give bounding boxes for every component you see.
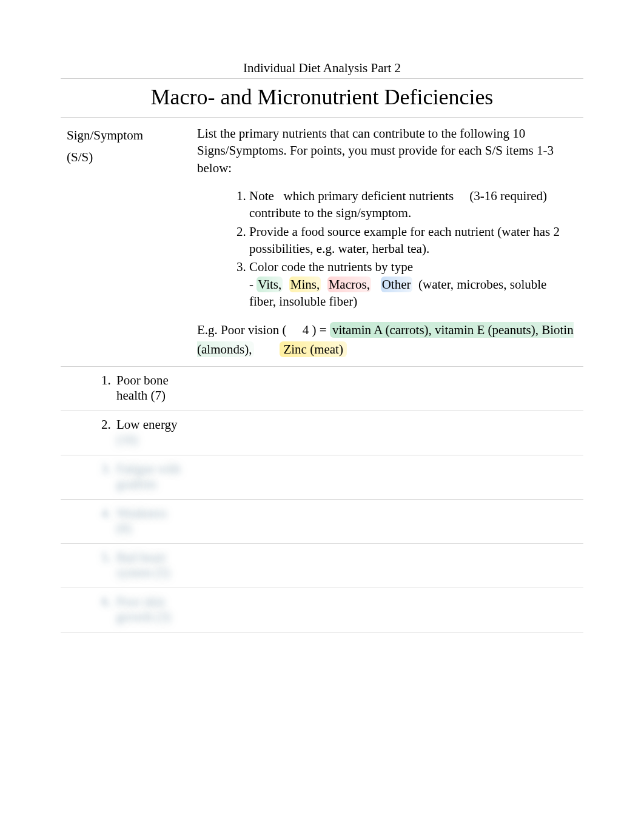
row-left-cell: Poor skin growth (3) xyxy=(61,588,191,632)
example-yellow: Zinc (meat) xyxy=(280,341,347,357)
inst3-pre: Color code the nutrients by type xyxy=(249,260,413,274)
row-text: Poor skin growth (3) xyxy=(116,594,170,624)
inst1-pre: Note xyxy=(249,189,277,203)
row-text-tail: (16) xyxy=(116,432,185,448)
inst1-mid: which primary deficient nutrients xyxy=(284,189,454,203)
row-right-cell xyxy=(191,500,583,543)
row-left-cell: Bad heart system (5) xyxy=(61,544,191,588)
row-number-list: Poor skin growth (3) xyxy=(67,594,185,625)
row-label: Weakness (6) xyxy=(114,506,185,536)
example-line: E.g. Poor vision ( 4 ) = vitamin A (carr… xyxy=(197,321,575,359)
table-row: Poor skin growth (3) xyxy=(61,588,583,632)
instructions-cell: List the primary nutrients that can cont… xyxy=(191,118,583,366)
row-text: Fatigue with goallots xyxy=(116,461,181,491)
row-number-list: Poor bone health (7) xyxy=(67,373,185,403)
row-left-cell: Weakness (6) xyxy=(61,500,191,543)
row-text: Low energy xyxy=(116,417,178,432)
row-label: Fatigue with goallots xyxy=(114,461,185,492)
row-label: Poor bone health (7) xyxy=(114,373,185,403)
row-right-cell xyxy=(191,411,583,455)
row-number-list: Low energy(16) xyxy=(67,417,185,448)
row-right-cell xyxy=(191,588,583,632)
highlight-vits: Vits, xyxy=(257,277,283,292)
highlight-mins: Mins, xyxy=(289,277,321,292)
instruction-list: Note which primary deficient nutrients (… xyxy=(197,187,575,310)
highlight-macros: Macros, xyxy=(327,277,371,292)
rows-container: Poor bone health (7)Low energy(16)Fatigu… xyxy=(61,367,583,632)
row-right-cell xyxy=(191,367,583,411)
highlight-other: Other xyxy=(381,277,412,292)
ss-label-line2: (S/S) xyxy=(67,147,186,169)
row-number-list: Weakness (6) xyxy=(67,506,185,536)
instruction-item-3: Color code the nutrients by type - Vits,… xyxy=(249,258,575,310)
document-root: Individual Diet Analysis Part 2 Macro- a… xyxy=(61,61,583,632)
ss-label-line1: Sign/Symptom xyxy=(67,125,186,147)
table-row: Low energy(16) xyxy=(61,411,583,455)
table-row: Fatigue with goallots xyxy=(61,455,583,500)
example-mid: ) = xyxy=(312,323,330,337)
main-heading: Macro- and Micronutrient Deficiencies xyxy=(61,79,583,118)
table-row: Poor bone health (7) xyxy=(61,367,583,411)
row-left-cell: Fatigue with goallots xyxy=(61,455,191,499)
row-label: Poor skin growth (3) xyxy=(114,594,185,625)
row-number-list: Bad heart system (5) xyxy=(67,550,185,580)
row-right-cell xyxy=(191,544,583,588)
document-subtitle: Individual Diet Analysis Part 2 xyxy=(61,61,583,79)
row-number-list: Fatigue with goallots xyxy=(67,461,185,492)
instruction-item-1: Note which primary deficient nutrients (… xyxy=(249,187,575,222)
instruction-item-2: Provide a food source example for each n… xyxy=(249,223,575,258)
row-text: Bad heart system (5) xyxy=(116,550,170,580)
row-label: Bad heart system (5) xyxy=(114,550,185,580)
example-pre: E.g. Poor vision ( xyxy=(197,323,287,337)
row-right-cell xyxy=(191,455,583,499)
sign-symptom-header: Sign/Symptom (S/S) xyxy=(61,118,191,366)
table-row: Bad heart system (5) xyxy=(61,544,583,588)
row-left-cell: Low energy(16) xyxy=(61,411,191,455)
row-left-cell: Poor bone health (7) xyxy=(61,367,191,411)
inst3-dash: - xyxy=(249,277,257,292)
example-count: 4 xyxy=(303,323,309,337)
intro-text: List the primary nutrients that can cont… xyxy=(197,125,575,176)
table-row: Weakness (6) xyxy=(61,500,583,544)
row-text: Weakness (6) xyxy=(116,506,167,535)
instructions-row: Sign/Symptom (S/S) List the primary nutr… xyxy=(61,118,583,367)
row-label: Low energy(16) xyxy=(114,417,185,448)
